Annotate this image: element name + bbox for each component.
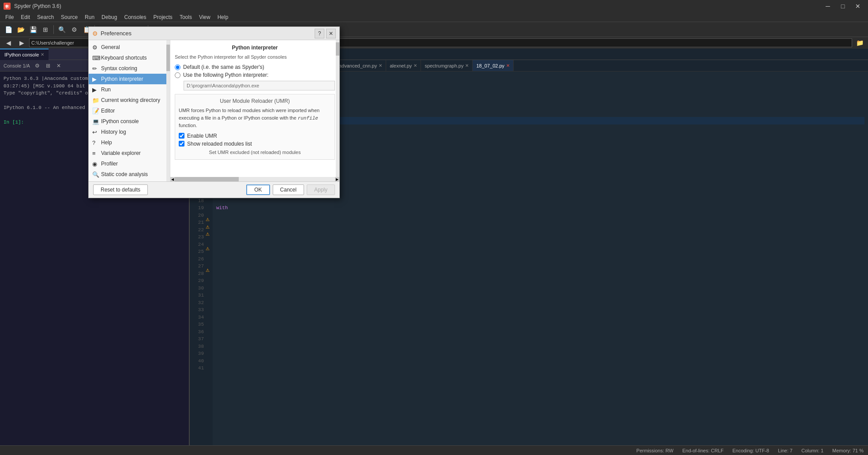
ok-button[interactable]: OK	[246, 184, 270, 195]
nav-item-static-analysis[interactable]: 🔍 Static code analysis	[89, 169, 170, 180]
horiz-scroll-thumb[interactable]	[175, 177, 239, 181]
nav-item-variable-explorer[interactable]: ≡ Variable explorer	[89, 148, 170, 158]
run-icon: ▶	[92, 86, 97, 93]
nav-label-static-analysis: Static code analysis	[101, 171, 148, 177]
preferences-icon: ⚙	[92, 30, 98, 37]
nav-label-ipython: IPython console	[101, 118, 139, 124]
console-tab-close[interactable]: ✕	[41, 49, 44, 60]
radio-default-label: Default (i.e. the same as Spyder's)	[183, 64, 264, 70]
nav-item-editor[interactable]: 📝 Editor	[89, 105, 170, 116]
warning-icon-2: ⚠	[206, 225, 210, 229]
menu-debug[interactable]: Debug	[98, 12, 120, 22]
editor-tab-6[interactable]: 18_07_02.py ✕	[473, 60, 514, 71]
open-file-button[interactable]: 📂	[15, 24, 26, 35]
nav-item-ipython[interactable]: 💻 IPython console	[89, 116, 170, 127]
nav-item-keyboard[interactable]: ⌨ Keyboard shortcuts	[89, 53, 170, 63]
nav-forward-button[interactable]: ▶	[16, 37, 27, 49]
menu-tools[interactable]: Tools	[176, 12, 195, 22]
footer-buttons: OK Cancel Apply	[246, 184, 335, 195]
eol-label: End-of-lines: CRLF	[682, 448, 724, 453]
help-nav-icon: ?	[92, 139, 95, 146]
horiz-scroll-left[interactable]: ◀	[170, 177, 175, 181]
nav-item-profiler[interactable]: ◉ Profiler	[89, 158, 170, 169]
preferences-button[interactable]: ⚙	[68, 24, 80, 35]
tab-close-6[interactable]: ✕	[506, 60, 510, 71]
radio-item-custom: Use the following Python interpreter:	[175, 72, 335, 78]
menu-edit[interactable]: Edit	[17, 12, 34, 22]
warning-icon-5: ⚠	[206, 268, 210, 273]
dialog-footer: Reset to defaults OK Cancel Apply	[89, 181, 339, 198]
menu-source[interactable]: Source	[57, 12, 81, 22]
dialog-controls: ? ✕	[315, 29, 336, 38]
reset-defaults-button[interactable]: Reset to defaults	[93, 184, 148, 195]
nav-item-general[interactable]: ⚙ General	[89, 42, 170, 53]
find-button[interactable]: 🔍	[56, 24, 68, 35]
checkbox-enable-umr: Enable UMR	[179, 133, 331, 139]
tab-close-3[interactable]: ✕	[379, 60, 382, 71]
menu-help[interactable]: Help	[214, 12, 232, 22]
horiz-scroll-right[interactable]: ▶	[335, 177, 339, 181]
nav-item-run[interactable]: ▶ Run	[89, 84, 170, 95]
nav-item-help[interactable]: ? Help	[89, 137, 170, 148]
radio-custom[interactable]	[175, 72, 180, 78]
nav-item-syntax[interactable]: ✏ Syntax coloring	[89, 63, 170, 74]
enable-umr-checkbox[interactable]	[179, 133, 184, 139]
nav-back-button[interactable]: ◀	[3, 37, 14, 49]
title-bar-left: 🕷 Spyder (Python 3.6)	[4, 3, 61, 10]
minimize-button[interactable]: ─	[821, 1, 834, 11]
tab-close-4[interactable]: ✕	[413, 60, 417, 71]
nav-item-python-interpreter[interactable]: ▶ Python interpreter	[89, 74, 170, 84]
history-icon: ↩	[92, 129, 97, 135]
menu-run[interactable]: Run	[81, 12, 98, 22]
dialog-content-wrapper: Python interpreter Select the Python int…	[170, 40, 339, 181]
menu-search[interactable]: Search	[34, 12, 57, 22]
variable-explorer-icon: ≡	[92, 150, 96, 157]
content-scrollbar-thumb[interactable]	[336, 42, 339, 56]
nav-label-syntax: Syntax coloring	[101, 65, 137, 71]
radio-default[interactable]	[175, 64, 180, 70]
dialog-title-left: ⚙ Preferences	[92, 30, 132, 37]
show-modules-checkbox[interactable]	[179, 141, 184, 147]
new-file-button[interactable]: 📄	[3, 24, 14, 35]
console-options-btn[interactable]: ⊞	[43, 61, 53, 71]
ipython-icon: 💻	[92, 118, 99, 125]
save-button[interactable]: 💾	[27, 24, 39, 35]
nav-item-cwd[interactable]: 📁 Current working directory	[89, 95, 170, 105]
dialog-title-text: Preferences	[101, 30, 132, 37]
horiz-scrollbar[interactable]: ◀ ▶	[170, 177, 339, 181]
nav-label-keyboard: Keyboard shortcuts	[101, 55, 147, 61]
console-close-btn[interactable]: ✕	[54, 61, 64, 71]
syntax-icon: ✏	[92, 65, 97, 72]
content-scrollbar[interactable]	[336, 40, 339, 177]
browse-button[interactable]: 📁	[854, 37, 865, 49]
status-bar: Permissions: RW End-of-lines: CRLF Encod…	[0, 445, 868, 455]
line-label: Line: 7	[778, 448, 793, 453]
nav-scrollbar[interactable]	[166, 40, 170, 181]
menu-projects[interactable]: Projects	[150, 12, 176, 22]
umr-section-title: User Module Reloader (UMR)	[179, 98, 331, 104]
toolbar-separator-1	[53, 25, 54, 34]
menu-view[interactable]: View	[195, 12, 214, 22]
dialog-close-button[interactable]: ✕	[326, 29, 336, 38]
editor-tab-3[interactable]: advanced_cnn.py ✕	[335, 60, 386, 71]
save-all-button[interactable]: ⊞	[40, 24, 51, 35]
maximize-button[interactable]: □	[836, 1, 849, 11]
editor-tab-4[interactable]: alexnet.py ✕	[386, 60, 421, 71]
nav-label-run: Run	[101, 86, 111, 93]
menu-consoles[interactable]: Consoles	[120, 12, 150, 22]
apply-button[interactable]: Apply	[307, 184, 335, 195]
dialog-help-button[interactable]: ?	[315, 29, 324, 38]
close-button[interactable]: ✕	[851, 1, 864, 11]
nav-scrollbar-thumb[interactable]	[166, 45, 170, 71]
editor-tab-5[interactable]: spectrumgraph.py ✕	[421, 60, 473, 71]
column-label: Column: 1	[801, 448, 823, 453]
menu-file[interactable]: File	[2, 12, 17, 22]
general-icon: ⚙	[92, 44, 98, 51]
console-settings-btn[interactable]: ⚙	[33, 61, 42, 71]
cancel-button[interactable]: Cancel	[273, 184, 304, 195]
keyboard-icon: ⌨	[92, 55, 101, 61]
nav-item-history[interactable]: ↩ History log	[89, 127, 170, 137]
ipython-console-tab[interactable]: IPython console ✕	[0, 49, 49, 60]
title-bar-controls: ─ □ ✕	[821, 1, 864, 11]
tab-close-5[interactable]: ✕	[465, 60, 469, 71]
